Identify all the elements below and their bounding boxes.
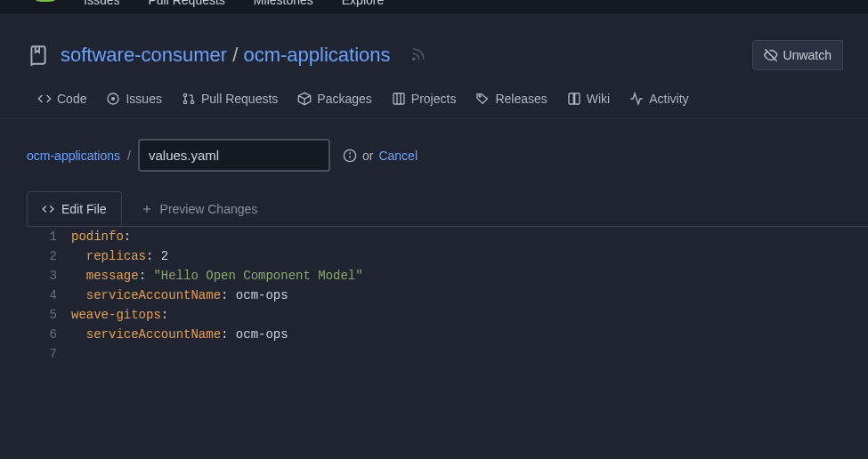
- tab-activity-label: Activity: [649, 92, 688, 106]
- code-line[interactable]: 5weave-gitops:: [27, 305, 868, 325]
- repo-header: software-consumer / ocm-applications Unw…: [0, 13, 868, 70]
- tab-packages[interactable]: Packages: [297, 92, 371, 106]
- line-number: 3: [27, 266, 71, 286]
- svg-point-10: [479, 95, 481, 97]
- editor-tabs: Edit File Preview Changes: [0, 191, 868, 226]
- tab-releases-label: Releases: [495, 92, 547, 106]
- tab-preview-changes[interactable]: Preview Changes: [126, 191, 273, 226]
- filename-input[interactable]: [138, 139, 330, 172]
- book-icon: [567, 92, 581, 106]
- rss-icon[interactable]: [410, 46, 426, 65]
- issue-icon: [106, 92, 120, 106]
- tab-releases[interactable]: Releases: [475, 92, 547, 106]
- line-number: 1: [27, 227, 71, 246]
- svg-point-5: [183, 101, 186, 103]
- code-line[interactable]: 1podinfo:: [27, 227, 868, 246]
- svg-point-3: [112, 98, 115, 101]
- code-icon: [37, 92, 52, 106]
- svg-point-0: [412, 58, 414, 60]
- code-editor[interactable]: 1podinfo:2 replicas: 23 message: "Hello …: [27, 226, 868, 364]
- repo-owner-link[interactable]: software-consumer: [61, 44, 227, 66]
- nav-milestones[interactable]: Milestones: [254, 0, 313, 7]
- repo-name-link[interactable]: ocm-applications: [243, 44, 390, 66]
- code-line[interactable]: 4 serviceAccountName: ocm-ops: [27, 286, 868, 305]
- svg-point-13: [350, 153, 351, 154]
- tab-preview-label: Preview Changes: [160, 202, 258, 216]
- breadcrumb-sep: /: [127, 149, 131, 163]
- tab-edit-label: Edit File: [61, 202, 107, 216]
- info-icon[interactable]: [343, 149, 357, 163]
- tab-edit-file[interactable]: Edit File: [27, 191, 122, 226]
- tab-activity[interactable]: Activity: [629, 92, 688, 106]
- line-number: 7: [27, 344, 71, 364]
- code-content[interactable]: replicas: 2: [71, 246, 168, 266]
- line-number: 4: [27, 286, 71, 305]
- repo-sep: /: [232, 44, 238, 66]
- svg-rect-7: [393, 93, 404, 104]
- line-number: 2: [27, 246, 71, 266]
- package-icon: [297, 92, 312, 106]
- code-line[interactable]: 2 replicas: 2: [27, 246, 868, 266]
- tab-pull-requests[interactable]: Pull Requests: [182, 92, 278, 106]
- line-number: 6: [27, 325, 71, 344]
- tab-projects[interactable]: Projects: [392, 92, 457, 106]
- git-pull-icon: [182, 92, 196, 106]
- cancel-link[interactable]: Cancel: [378, 149, 418, 163]
- unwatch-label: Unwatch: [783, 48, 831, 62]
- tab-wiki-label: Wiki: [587, 92, 610, 106]
- breadcrumb-root[interactable]: ocm-applications: [27, 149, 120, 163]
- code-line[interactable]: 7: [27, 344, 868, 364]
- repo-path: software-consumer / ocm-applications: [61, 44, 391, 67]
- code-icon: [42, 203, 54, 215]
- tab-packages-label: Packages: [317, 92, 371, 106]
- nav-issues[interactable]: Issues: [84, 0, 119, 7]
- code-line[interactable]: 6 serviceAccountName: ocm-ops: [27, 325, 868, 344]
- or-text: or: [362, 149, 373, 163]
- tag-icon: [475, 92, 490, 106]
- activity-icon: [629, 92, 644, 106]
- diff-icon: [141, 203, 153, 215]
- breadcrumb: ocm-applications / or Cancel: [0, 119, 868, 191]
- tab-code-label: Code: [57, 92, 86, 106]
- svg-point-6: [191, 101, 193, 103]
- tab-issues-label: Issues: [126, 92, 161, 106]
- code-content[interactable]: serviceAccountName: ocm-ops: [71, 325, 288, 344]
- code-line[interactable]: 3 message: "Hello Open Component Model": [27, 266, 868, 286]
- code-content[interactable]: message: "Hello Open Component Model": [71, 266, 363, 286]
- project-icon: [392, 92, 406, 106]
- nav-explore[interactable]: Explore: [342, 0, 384, 7]
- logo-icon: [36, 0, 55, 2]
- code-content[interactable]: serviceAccountName: ocm-ops: [71, 286, 288, 305]
- code-content[interactable]: weave-gitops:: [71, 305, 168, 325]
- tab-projects-label: Projects: [411, 92, 457, 106]
- line-number: 5: [27, 305, 71, 325]
- nav-pull-requests[interactable]: Pull Requests: [148, 0, 224, 7]
- repo-tabs: Code Issues Pull Requests Packages Proje…: [0, 70, 868, 119]
- eye-off-icon: [764, 48, 778, 62]
- svg-point-4: [183, 93, 186, 96]
- repo-icon: [27, 43, 50, 68]
- tab-code[interactable]: Code: [37, 92, 86, 106]
- tab-wiki[interactable]: Wiki: [567, 92, 610, 106]
- top-navbar: Issues Pull Requests Milestones Explore: [0, 0, 868, 13]
- tab-pulls-label: Pull Requests: [201, 92, 278, 106]
- tab-issues[interactable]: Issues: [106, 92, 161, 106]
- unwatch-button[interactable]: Unwatch: [752, 40, 843, 70]
- code-content[interactable]: podinfo:: [71, 227, 131, 246]
